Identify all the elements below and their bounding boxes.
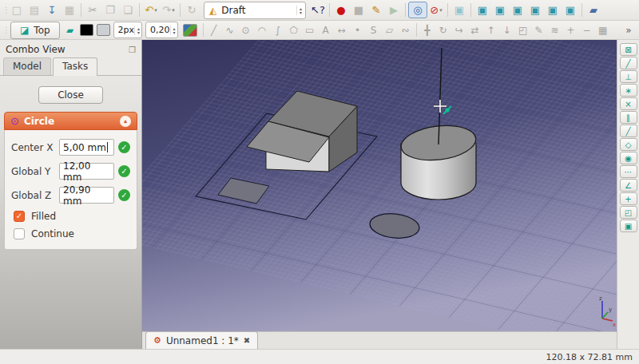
draft-text-icon[interactable]: A — [318, 22, 334, 38]
view-rear-icon[interactable]: ▣ — [526, 2, 544, 18]
draft-facebinder-icon[interactable]: ▱ — [382, 22, 398, 38]
draft-trimex-icon[interactable]: ⇄ — [467, 22, 483, 38]
zoom-fit-icon[interactable]: ◎ — [408, 2, 427, 18]
draft-rotate-icon[interactable]: ↻ — [435, 22, 451, 38]
view-left-icon[interactable]: ▣ — [562, 2, 579, 18]
refresh-icon[interactable]: ↻ — [183, 2, 200, 18]
draft-offset-icon[interactable]: ↪ — [451, 22, 467, 38]
view-axonometric-icon[interactable]: ▣ — [450, 2, 468, 18]
draft-upgrade-icon[interactable]: ↑ — [483, 22, 499, 38]
filled-checkbox-label: Filled — [31, 211, 56, 222]
close-task-button[interactable]: Close — [38, 86, 103, 104]
draft-bspline-icon[interactable]: ∫ — [270, 22, 286, 38]
snap-endpoint-icon[interactable]: ╱ — [620, 57, 637, 69]
toggle-grid-icon[interactable]: ▣ — [620, 220, 637, 232]
redo-icon[interactable]: ↷▾ — [160, 2, 177, 18]
draft-circle-icon[interactable]: ⊙ — [238, 22, 254, 38]
dropdown-caret-icon[interactable]: ▾ — [439, 7, 443, 14]
draft-point-icon[interactable]: • — [350, 22, 366, 38]
measure-distance-icon[interactable]: ▰ — [585, 2, 602, 18]
undo-icon[interactable]: ↶▾ — [142, 2, 160, 18]
global-y-input[interactable]: 12,00 mm — [59, 163, 114, 180]
spinbox-arrows[interactable]: ▴▾ — [134, 26, 141, 35]
draft-scale-icon[interactable]: ◰ — [515, 22, 531, 38]
draft-downgrade-icon[interactable]: ↓ — [499, 22, 515, 38]
dropdown-caret-icon[interactable]: ▾ — [154, 7, 157, 14]
draft-shape2dview-icon[interactable]: ≋ — [547, 22, 563, 38]
line-color-swatch[interactable] — [80, 24, 93, 36]
snap-perpendicular-icon[interactable]: ⊥ — [620, 70, 637, 83]
draft-arc-icon[interactable]: ◠ — [254, 22, 270, 38]
draft-line-icon[interactable]: ╱ — [206, 22, 222, 38]
copy-icon[interactable]: ❐ — [101, 2, 119, 18]
snap-grid-icon[interactable]: + — [620, 192, 637, 205]
select-plane-icon[interactable]: ▰ — [62, 22, 78, 38]
snap-lock-icon[interactable]: ⊠ — [620, 43, 637, 56]
toolbar-separator — [81, 3, 81, 17]
apply-style-icon[interactable] — [183, 24, 197, 37]
toolbar-handle: ⋮ — [2, 26, 8, 34]
view-top-icon[interactable]: ▣ — [491, 2, 509, 18]
circle-task-header[interactable]: ⊙ Circle ▴ — [4, 112, 137, 130]
new-file-icon[interactable]: □ — [8, 2, 26, 18]
global-z-input[interactable]: 20,90 mm — [59, 187, 114, 204]
filled-checkbox[interactable]: ✓ — [14, 211, 25, 222]
toolbar-overflow-icon[interactable]: » — [621, 22, 637, 38]
macro-stop-icon[interactable]: ■ — [350, 2, 367, 18]
draft-addpoint-icon[interactable]: + — [563, 22, 579, 38]
macro-play-icon[interactable]: ▶ — [385, 2, 403, 18]
snap-angle-icon[interactable]: ∗ — [620, 84, 637, 97]
view-front-icon[interactable]: ▣ — [474, 2, 491, 18]
cut-icon[interactable]: ✂ — [84, 2, 101, 18]
tab-tasks[interactable]: Tasks — [53, 57, 97, 76]
draft-delpoint-icon[interactable]: − — [579, 22, 595, 38]
save-icon[interactable]: ↧ — [43, 2, 61, 18]
draft-polygon-icon[interactable]: ⬠ — [286, 22, 302, 38]
view-bottom-icon[interactable]: ▣ — [544, 2, 562, 18]
macro-record-icon[interactable]: ● — [332, 2, 350, 18]
draft-wire-icon[interactable]: ∿ — [222, 22, 238, 38]
working-plane-button[interactable]: ◪Top — [10, 22, 60, 39]
snap-extension-icon[interactable]: ╱ — [620, 125, 637, 137]
draft-circle-icon: ⊙ — [10, 115, 19, 127]
center-x-input[interactable]: 5,00 mm — [59, 139, 114, 156]
draft-dimension-icon[interactable]: ↔ — [334, 22, 350, 38]
float-panel-icon[interactable]: ❐ — [129, 46, 136, 54]
macro-edit-icon[interactable]: ✎ — [367, 2, 385, 18]
snap-center-icon[interactable]: ◉ — [620, 152, 637, 164]
draft-move-icon[interactable]: ╋ — [419, 22, 435, 38]
draw-style-icon[interactable]: ⊘▾ — [427, 2, 445, 18]
combo-spin-arrows[interactable]: ▴▾ — [296, 6, 304, 15]
tab-model[interactable]: Model — [3, 57, 51, 75]
snap-intersection-icon[interactable]: × — [620, 97, 637, 110]
draft-to-sketch-icon[interactable]: ▦ — [595, 22, 611, 38]
dropdown-caret-icon[interactable]: ▾ — [172, 7, 175, 14]
document-tab[interactable]: ⚙ Unnamed1 : 1* ✖ — [145, 331, 258, 349]
print-icon[interactable]: ▦ — [61, 2, 78, 18]
continue-checkbox[interactable]: ✓ — [14, 228, 25, 239]
global-z-label: Global Z — [11, 190, 55, 201]
view-right-icon[interactable]: ▣ — [509, 2, 526, 18]
draft-shapestring-icon[interactable]: S — [366, 22, 382, 38]
snap-special-icon[interactable]: ◇ — [620, 138, 637, 151]
text-scale-spinbox[interactable]: 0,20▴▾ — [145, 22, 178, 38]
snap-working-plane-icon[interactable]: ◰ — [620, 206, 637, 219]
line-width-spinbox[interactable]: 2px▴▾ — [113, 22, 143, 38]
snap-parallel-icon[interactable]: ∥ — [620, 111, 637, 124]
collapse-icon[interactable]: ▴ — [120, 116, 131, 127]
3d-viewport[interactable]: z y x ⚙ Unnamed1 : 1* ✖ — [142, 40, 617, 349]
snap-near-icon[interactable]: ∠ — [620, 179, 637, 192]
draft-bezier-icon[interactable]: ∾ — [398, 22, 414, 38]
open-file-icon[interactable]: ▤ — [26, 2, 43, 18]
workbench-selector[interactable]: ◭Draft▴▾ — [204, 2, 306, 19]
toolbar-separator — [180, 3, 181, 17]
snap-dimensions-icon[interactable]: ⋯ — [620, 165, 637, 178]
face-color-swatch[interactable] — [97, 24, 110, 36]
draft-edit-icon[interactable]: ✎ — [531, 22, 547, 38]
paste-icon[interactable]: ❏ — [119, 2, 137, 18]
spinbox-arrows[interactable]: ▴▾ — [170, 26, 177, 35]
close-document-icon[interactable]: ✖ — [244, 336, 250, 345]
whats-this-icon[interactable]: ↖? — [309, 2, 327, 18]
3d-scene[interactable]: z y x — [142, 40, 617, 331]
draft-rectangle-icon[interactable]: ▭ — [302, 22, 318, 38]
